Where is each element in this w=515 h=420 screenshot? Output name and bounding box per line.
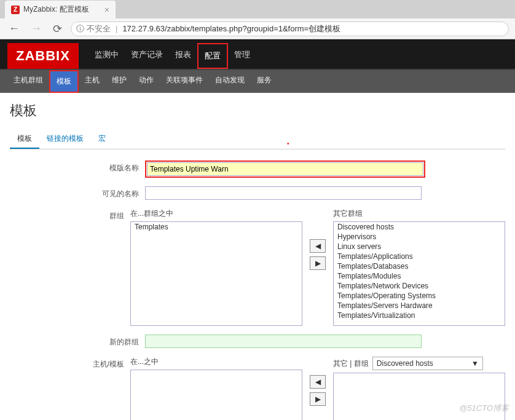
list-item[interactable]: Templates/Operating Systems bbox=[334, 291, 505, 301]
move-left-button[interactable]: ◀ bbox=[310, 239, 326, 253]
list-item[interactable]: Templates/Applications bbox=[334, 252, 505, 261]
form-tabs: 模板 链接的模板 宏 bbox=[10, 130, 505, 149]
tab-favicon: Z bbox=[11, 6, 20, 14]
subnav-hosts[interactable]: 主机 bbox=[79, 70, 106, 93]
visible-name-label: 可见的名称 bbox=[10, 186, 145, 199]
host-template-label: 主机/模板 bbox=[10, 357, 130, 370]
chevron-down-icon: ▼ bbox=[471, 359, 479, 368]
new-group-input[interactable] bbox=[145, 335, 422, 348]
list-item[interactable]: Templates/Virtualization bbox=[334, 311, 505, 320]
in-hosts-listbox[interactable] bbox=[130, 370, 302, 420]
other-group-select[interactable]: Discovered hosts ▼ bbox=[372, 357, 483, 370]
list-item[interactable]: Templates/Databases bbox=[334, 261, 505, 271]
in-groups-listbox[interactable]: Templates bbox=[130, 221, 302, 326]
mainnav-administration[interactable]: 管理 bbox=[228, 43, 256, 69]
subnav-maintenance[interactable]: 维护 bbox=[106, 70, 133, 93]
visible-name-input[interactable] bbox=[145, 186, 422, 200]
address-bar[interactable]: ⓘ 不安全 | 172.27.9.63/zabbix/templates.php… bbox=[71, 22, 509, 36]
page-content: 模板 模板 链接的模板 宏 • 模版名称 可见的名称 bbox=[0, 93, 515, 420]
tab-template[interactable]: 模板 bbox=[10, 130, 39, 149]
other-group-select-label: 其它 | 群组 bbox=[333, 359, 369, 369]
list-item[interactable]: Templates/Servers Hardware bbox=[334, 301, 505, 311]
mainnav-inventory[interactable]: 资产记录 bbox=[125, 43, 169, 69]
tab-macros[interactable]: 宏 bbox=[91, 130, 113, 149]
browser-tab-strip: Z MyZabbix: 配置模板 × bbox=[0, 0, 515, 18]
subnav-discovery[interactable]: 自动发现 bbox=[209, 70, 251, 93]
subnav-templates[interactable]: 模板 bbox=[49, 70, 79, 93]
url-text: 172.27.9.63/zabbix/templates.php?groupid… bbox=[122, 23, 340, 34]
groups-label: 群组 bbox=[10, 208, 130, 221]
list-item[interactable]: Linux servers bbox=[334, 242, 505, 252]
other-groups-listbox[interactable]: Discovered hosts Hypervisors Linux serve… bbox=[333, 221, 505, 326]
tab-close-icon[interactable]: × bbox=[104, 5, 109, 15]
browser-toolbar: ← → ⟳ ⓘ 不安全 | 172.27.9.63/zabbix/templat… bbox=[0, 18, 515, 39]
back-button[interactable]: ← bbox=[6, 22, 22, 35]
forward-button[interactable]: → bbox=[28, 22, 44, 35]
in-label: 在...之中 bbox=[130, 357, 302, 367]
mainnav-configuration[interactable]: 配置 bbox=[197, 43, 228, 69]
subnav-services[interactable]: 服务 bbox=[251, 70, 278, 93]
list-item[interactable]: Hypervisors bbox=[334, 232, 505, 242]
other-groups-label: 其它群组 bbox=[333, 208, 505, 219]
move-right-button[interactable]: ▶ bbox=[310, 256, 326, 270]
tab-title: MyZabbix: 配置模板 bbox=[23, 4, 89, 15]
list-item[interactable]: Templates/Modules bbox=[334, 271, 505, 281]
move-left-button-2[interactable]: ◀ bbox=[310, 375, 326, 389]
marker-icon: • bbox=[287, 140, 289, 147]
new-group-label: 新的群组 bbox=[10, 335, 145, 347]
select-value: Discovered hosts bbox=[377, 359, 433, 368]
tab-linked-templates[interactable]: 链接的模板 bbox=[39, 130, 91, 149]
in-groups-label: 在...群组之中 bbox=[130, 208, 302, 219]
main-nav: 监测中 资产记录 报表 配置 管理 bbox=[88, 43, 256, 69]
watermark: @51CTO博客 bbox=[459, 403, 509, 414]
template-form: 模版名称 可见的名称 群组 bbox=[10, 160, 505, 420]
list-item[interactable]: Templates/Network Devices bbox=[334, 281, 505, 291]
info-icon: ⓘ bbox=[76, 23, 84, 34]
sub-nav: 主机群组 模板 主机 维护 动作 关联项事件 自动发现 服务 bbox=[0, 70, 515, 93]
security-warning: ⓘ 不安全 bbox=[76, 23, 111, 34]
list-item[interactable]: Templates bbox=[131, 222, 302, 232]
subnav-hostgroups[interactable]: 主机群组 bbox=[7, 70, 49, 93]
mainnav-reports[interactable]: 报表 bbox=[169, 43, 197, 69]
zabbix-logo[interactable]: ZABBIX bbox=[7, 43, 79, 69]
template-name-input[interactable] bbox=[147, 162, 423, 176]
subnav-actions[interactable]: 动作 bbox=[133, 70, 160, 93]
subnav-correlation[interactable]: 关联项事件 bbox=[160, 70, 209, 93]
reload-button[interactable]: ⟳ bbox=[50, 22, 65, 36]
move-right-button-2[interactable]: ▶ bbox=[310, 392, 326, 406]
zabbix-header: ZABBIX 监测中 资产记录 报表 配置 管理 bbox=[0, 39, 515, 70]
template-name-label: 模版名称 bbox=[10, 160, 145, 173]
page-title: 模板 bbox=[10, 101, 505, 120]
mainnav-monitoring[interactable]: 监测中 bbox=[88, 43, 125, 69]
browser-tab[interactable]: Z MyZabbix: 配置模板 × bbox=[5, 1, 116, 18]
list-item[interactable]: Discovered hosts bbox=[334, 222, 505, 232]
